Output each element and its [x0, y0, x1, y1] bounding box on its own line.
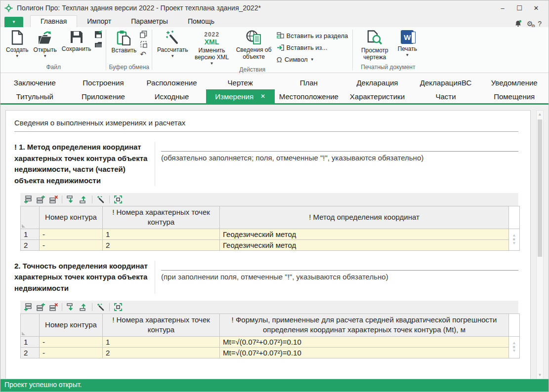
change-xml-version-button[interactable]: 2022 XML Изменить версию XML ▼	[191, 28, 233, 66]
tab-raspolozhenie[interactable]: Расположение	[137, 76, 206, 89]
section-tab-row-2: Титульный Приложение Исходные Измерения …	[0, 89, 549, 103]
app-menu-button[interactable]: ▼	[4, 17, 23, 27]
tab-close-icon[interactable]: ✕	[260, 93, 265, 100]
content-panel: Сведения о выполненных измерениях и расч…	[5, 110, 531, 380]
insert-from-button[interactable]: Вставить из...	[277, 42, 348, 52]
contour-cell[interactable]: -	[40, 229, 103, 239]
maximize-button[interactable]: ☐	[511, 2, 528, 14]
formula-cell[interactable]: Mt=√(0.07²+0.07²)=0.10	[220, 347, 509, 358]
settings-gear-icon[interactable]: ⚙⚙	[527, 20, 533, 27]
group-label-file: Файл	[3, 63, 103, 72]
undo-icon[interactable]: ↶	[140, 50, 147, 58]
omega-icon: Ω	[277, 56, 282, 63]
points-cell[interactable]: 2	[103, 347, 220, 358]
points-cell[interactable]: 2	[103, 239, 220, 250]
symbol-button[interactable]: Ω Символ ▼	[277, 54, 348, 64]
table-row: 2 - 2 Mt=√(0.07²+0.07²)=0.10	[21, 347, 520, 358]
table1-scrollbar[interactable]: ▲ ■ ▼	[509, 229, 520, 250]
row-number-cell[interactable]: 1	[21, 229, 40, 239]
tab-pomeshcheniya[interactable]: Помещения	[480, 89, 549, 103]
tab-uvedomlenie[interactable]: Уведомление	[480, 76, 549, 89]
calculate-button[interactable]: Рассчитать ▼	[155, 28, 191, 66]
scroll-thumb[interactable]	[538, 119, 542, 257]
scroll-up-icon[interactable]: ▲	[538, 111, 542, 118]
object-info-button[interactable]: Сведения об объекте	[233, 28, 275, 66]
table-row: 1 - 1 Геодезический метод ▲ ■ ▼	[21, 229, 520, 239]
tab-postroeniya[interactable]: Построения	[69, 76, 138, 89]
row-number-cell[interactable]: 2	[21, 239, 40, 250]
chevron-down-icon: ▼	[170, 54, 174, 58]
save-all-icon[interactable]	[94, 41, 102, 48]
save-button[interactable]: Сохранить	[59, 28, 94, 63]
tab-chertezh[interactable]: Чертеж	[206, 76, 275, 89]
ribbon-tab-parametry[interactable]: Параметры	[121, 16, 178, 27]
formula-cell[interactable]: Mt=√(0.07²+0.07²)=0.10	[220, 336, 509, 347]
page-title: Сведения о выполненных измерениях и расч…	[14, 118, 518, 127]
tab-mestopolozhenie[interactable]: Местоположение	[275, 89, 343, 103]
ribbon-separator	[152, 30, 152, 70]
ribbon-tab-import[interactable]: Импорт	[77, 16, 121, 27]
chevron-down-icon: ▼	[15, 54, 19, 58]
table-row: 2 - 2 Геодезический метод	[21, 239, 520, 250]
points-cell[interactable]: 1	[103, 229, 220, 239]
tab-plan[interactable]: План	[275, 76, 343, 89]
move-row-up-icon[interactable]	[78, 195, 89, 204]
move-row-up-icon[interactable]	[78, 302, 89, 312]
select-all-corner-icon[interactable]	[22, 332, 25, 335]
scroll-down-icon[interactable]: ▼	[512, 241, 516, 245]
expand-table-icon[interactable]	[113, 302, 124, 312]
print-button[interactable]: W Печать ▼	[394, 28, 421, 63]
tab-izmereniya[interactable]: Измерения ✕	[206, 89, 275, 103]
field-method-input[interactable]	[161, 142, 518, 152]
save-as-icon[interactable]	[94, 31, 102, 39]
add-row-icon[interactable]	[22, 302, 33, 312]
table2-scrollbar[interactable]: ▲ ■ ▼	[509, 336, 520, 358]
row-number-cell[interactable]: 2	[21, 347, 40, 358]
delete-row-icon[interactable]	[48, 302, 59, 312]
scroll-down-icon[interactable]: ▼	[512, 349, 516, 353]
copy-icon[interactable]	[140, 31, 147, 38]
insert-row-icon[interactable]	[35, 195, 46, 204]
tab-chasti[interactable]: Части	[412, 89, 480, 103]
minimize-button[interactable]: –	[494, 2, 511, 14]
tab-titulnyj[interactable]: Титульный	[0, 89, 69, 103]
method-cell[interactable]: Геодезический метод	[220, 239, 509, 250]
contour-cell[interactable]: -	[40, 239, 103, 250]
contour-cell[interactable]: -	[40, 336, 103, 347]
move-row-down-icon[interactable]	[65, 195, 76, 204]
row-number-cell[interactable]: 1	[21, 336, 40, 347]
tab-zaklyuchenie[interactable]: Заключение	[0, 76, 69, 89]
main-scrollbar[interactable]: ▲ ▼	[536, 110, 544, 380]
help-icon[interactable]: ?	[538, 20, 542, 27]
paste-button[interactable]: Вставить	[109, 28, 139, 63]
expand-table-icon[interactable]	[113, 195, 124, 204]
close-button[interactable]: ✕	[528, 2, 545, 14]
paste-special-icon[interactable]	[140, 40, 147, 48]
tab-deklaraciya-vs[interactable]: ДекларацияВС	[412, 76, 480, 89]
scroll-down-icon[interactable]: ▼	[538, 371, 542, 379]
notifications-bell-icon[interactable]	[514, 20, 522, 27]
row-number-header	[21, 314, 40, 337]
ribbon-tab-pomosh[interactable]: Помощь	[178, 16, 224, 27]
open-button[interactable]: Открыть ▼	[31, 28, 59, 63]
delete-row-icon[interactable]	[48, 195, 59, 204]
tab-prilozhenie[interactable]: Приложение	[69, 89, 138, 103]
contour-cell[interactable]: -	[40, 347, 103, 358]
move-row-down-icon[interactable]	[65, 302, 76, 312]
points-cell[interactable]: 1	[103, 336, 220, 347]
autofill-wand-icon[interactable]	[95, 302, 106, 312]
autofill-wand-icon[interactable]	[95, 195, 106, 204]
tab-ishodnye[interactable]: Исходные	[137, 89, 206, 103]
insert-row-icon[interactable]	[35, 302, 46, 312]
add-row-icon[interactable]	[22, 195, 33, 204]
drawing-preview-button[interactable]: Просмотр чертежа	[355, 28, 394, 63]
method-cell[interactable]: Геодезический метод	[220, 229, 509, 239]
new-button[interactable]: Создать ▼	[3, 28, 31, 63]
ribbon-tab-glavnaya[interactable]: Главная	[30, 15, 77, 27]
tab-harakteristiki[interactable]: Характеристики	[343, 89, 412, 103]
insert-from-section-button[interactable]: Вставить из раздела	[277, 31, 348, 40]
field-accuracy-input[interactable]	[161, 261, 518, 271]
select-all-corner-icon[interactable]	[22, 224, 25, 228]
accuracy-formulas-table: Номер контура ! Номера характерных точек…	[20, 314, 520, 358]
tab-deklaraciya[interactable]: Декларация	[343, 76, 412, 89]
